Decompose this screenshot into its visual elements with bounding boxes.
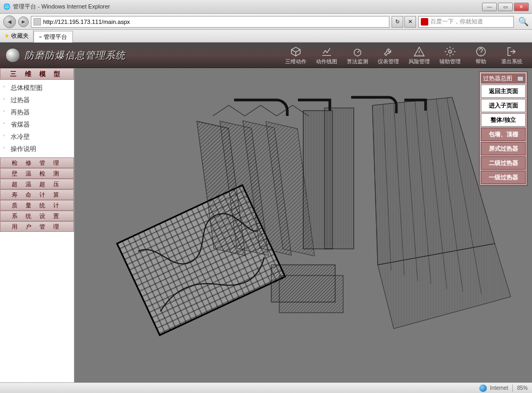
top-menu-label: 辅助管理 — [439, 58, 461, 65]
internet-zone-icon — [479, 384, 487, 392]
top-menu-label: 帮助 — [476, 58, 486, 65]
app-header: 防磨防爆信息管理系统 三维动作 动作线图 算法监测 仪表管理 风险管理 辅助管理 — [0, 43, 532, 68]
sidebar-tree: 总体模型图 过热器 再热器 省煤器 水冷壁 操作说明 — [0, 80, 74, 157]
top-menu-label: 风险管理 — [409, 58, 430, 65]
svg-marker-13 — [372, 97, 495, 265]
panel-btn-panel-superheater[interactable]: 屏式过热器 — [481, 142, 526, 155]
back-button[interactable]: ◄ — [3, 15, 16, 28]
app-title: 防磨防爆信息管理系统 — [24, 49, 126, 62]
top-menu-item-curve[interactable]: 动作线图 — [312, 44, 342, 66]
panel-btn-whole-independent[interactable]: 整体/独立 — [481, 113, 526, 127]
app-body: 三 维 模 型 总体模型图 过热器 再热器 省煤器 水冷壁 操作说明 检 修 管… — [0, 68, 532, 382]
panel-btn-back-main[interactable]: 返回主页面 — [481, 85, 526, 98]
panel-btn-enter-sub[interactable]: 进入子页面 — [481, 99, 526, 112]
window-controls: — ▭ ✕ — [482, 3, 529, 11]
wrench-icon — [382, 45, 395, 58]
window-title: 管理平台 - Windows Internet Explorer — [13, 3, 110, 11]
tree-item-superheater[interactable]: 过热器 — [1, 94, 73, 106]
sidebar-section-walltemp[interactable]: 壁 温 检 测 — [0, 168, 74, 179]
tab-strip: ★ 收藏夹 ▫ 管理平台 — [0, 30, 532, 43]
gauge-icon — [351, 45, 364, 58]
sidebar-section-overpressure[interactable]: 超 温 超 压 — [0, 179, 74, 189]
browser-nav-bar: ◄ ► http://121.195.173.111/main.aspx ↻ ✕… — [0, 14, 532, 30]
top-menu-item-assist[interactable]: 辅助管理 — [435, 44, 465, 66]
warning-icon — [413, 45, 426, 58]
component-panel-header[interactable]: 过热器总图 — [481, 73, 526, 83]
favorites-button[interactable]: ★ 收藏夹 — [0, 30, 34, 42]
search-placeholder: 百度一下，你就知道 — [430, 18, 483, 26]
panel-btn-second-superheater[interactable]: 二级过热器 — [481, 156, 526, 170]
sidebar: 三 维 模 型 总体模型图 过热器 再热器 省煤器 水冷壁 操作说明 检 修 管… — [0, 68, 74, 382]
panel-btn-wall-ceiling[interactable]: 包墙、顶棚 — [481, 128, 526, 141]
gear-icon — [444, 45, 456, 58]
tree-item-instructions[interactable]: 操作说明 — [1, 143, 73, 155]
component-panel-title: 过热器总图 — [483, 74, 512, 82]
maximize-button[interactable]: ▭ — [498, 3, 513, 11]
refresh-button[interactable]: ↻ — [392, 16, 403, 28]
minimize-panel-icon[interactable] — [517, 76, 523, 81]
top-menu-label: 算法监测 — [347, 58, 368, 65]
top-menu-item-risk[interactable]: 风险管理 — [404, 44, 434, 66]
top-menu-item-monitor[interactable]: 算法监测 — [343, 44, 372, 66]
zoom-level[interactable]: 85% — [517, 385, 528, 391]
baidu-icon — [421, 18, 428, 26]
star-icon: ★ — [4, 32, 10, 39]
svg-point-1 — [448, 50, 452, 53]
chart-icon — [320, 45, 333, 58]
stop-button[interactable]: ✕ — [404, 16, 416, 28]
top-menu-label: 动作线图 — [316, 58, 337, 65]
top-menu-item-help[interactable]: 帮助 — [466, 44, 496, 66]
browser-search-box[interactable]: 百度一下，你就知道 — [418, 16, 514, 28]
close-button[interactable]: ✕ — [514, 3, 529, 11]
3d-model-graphic — [74, 68, 532, 382]
forward-button[interactable]: ► — [18, 16, 29, 27]
cube-icon — [289, 45, 302, 58]
status-bar: Internet 85% — [0, 382, 532, 393]
svg-rect-12 — [325, 108, 354, 249]
search-dropdown-icon[interactable]: 🔍 — [518, 16, 529, 27]
sidebar-section-maintenance[interactable]: 检 修 管 理 — [0, 157, 74, 168]
page-icon — [34, 18, 41, 26]
window-title-bar: 🌐 管理平台 - Windows Internet Explorer — ▭ ✕ — [0, 0, 532, 14]
sidebar-section-settings[interactable]: 系 统 设 置 — [0, 211, 74, 221]
address-bar[interactable]: http://121.195.173.111/main.aspx — [31, 16, 389, 28]
tab-label: 管理平台 — [44, 33, 67, 41]
tree-item-waterwall[interactable]: 水冷壁 — [1, 131, 73, 143]
sidebar-section-users[interactable]: 用 户 管 理 — [0, 221, 74, 232]
browser-tab[interactable]: ▫ 管理平台 — [34, 31, 73, 43]
tree-item-reheater[interactable]: 再热器 — [1, 106, 73, 119]
sidebar-section-life[interactable]: 寿 命 计 算 — [0, 189, 74, 200]
top-menu-item-instrument[interactable]: 仪表管理 — [373, 44, 403, 66]
sidebar-section-quality[interactable]: 质 量 统 计 — [0, 200, 74, 211]
tab-page-icon: ▫ — [39, 34, 41, 40]
3d-viewport[interactable]: 过热器总图 返回主页面 进入子页面 整体/独立 包墙、顶棚 屏式过热器 二级过热… — [74, 68, 532, 382]
svg-rect-24 — [279, 275, 343, 313]
tree-item-overall[interactable]: 总体模型图 — [1, 82, 73, 94]
sidebar-section-3dmodel[interactable]: 三 维 模 型 — [0, 68, 74, 80]
window-app-icon: 🌐 — [3, 3, 11, 10]
top-menu-label: 仪表管理 — [378, 58, 399, 65]
app-logo — [5, 48, 20, 63]
top-menu-item-3d[interactable]: 三维动作 — [281, 44, 311, 66]
minimize-button[interactable]: — — [482, 3, 497, 11]
top-menu-label: 退出系统 — [501, 58, 522, 65]
panel-btn-first-superheater[interactable]: 一级过热器 — [481, 171, 526, 184]
tree-item-economizer[interactable]: 省煤器 — [1, 119, 73, 131]
exit-icon — [505, 45, 518, 58]
help-icon — [475, 45, 487, 58]
url-text: http://121.195.173.111/main.aspx — [43, 19, 130, 25]
top-menu-item-exit[interactable]: 退出系统 — [497, 44, 527, 66]
top-menu: 三维动作 动作线图 算法监测 仪表管理 风险管理 辅助管理 帮助 退出系统 — [281, 44, 527, 66]
internet-zone-label: Internet — [490, 385, 508, 391]
favorites-label: 收藏夹 — [11, 32, 29, 40]
top-menu-label: 三维动作 — [285, 58, 306, 65]
component-panel: 过热器总图 返回主页面 进入子页面 整体/独立 包墙、顶棚 屏式过热器 二级过热… — [479, 71, 528, 186]
